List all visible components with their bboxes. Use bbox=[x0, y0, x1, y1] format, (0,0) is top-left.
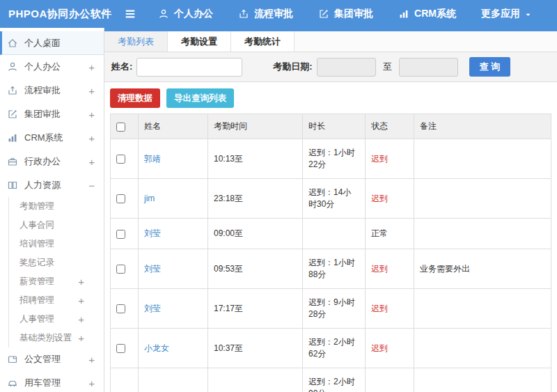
table-row: 刘莹 09:53至 迟到：1小时88分 迟到 业务需要外出 bbox=[111, 249, 551, 289]
filter-bar: 姓名: 考勤日期: 至 查 询 bbox=[104, 52, 557, 82]
status-badge: 正常 bbox=[371, 228, 388, 238]
expand-toggle-icon[interactable]: + bbox=[88, 378, 95, 389]
sidebar-item-5[interactable]: 行政办公 + bbox=[0, 150, 104, 173]
status-badge: 迟到 bbox=[371, 154, 388, 164]
nav-item-0[interactable]: 个人办公 bbox=[158, 8, 213, 20]
expand-toggle-icon[interactable]: + bbox=[88, 354, 95, 365]
user-icon bbox=[158, 8, 169, 19]
sidebar-item-9[interactable]: 培训管理 bbox=[8, 235, 104, 253]
expand-toggle-icon[interactable]: + bbox=[88, 109, 95, 120]
sidebar-item-13[interactable]: 人事管理 + bbox=[8, 310, 104, 329]
sidebar-item-1[interactable]: 个人办公 + bbox=[0, 55, 104, 79]
row-checkbox[interactable] bbox=[116, 265, 125, 274]
employee-name-link[interactable]: 郭靖 bbox=[144, 154, 161, 164]
sidebar-item-12[interactable]: 招聘管理 + bbox=[8, 291, 104, 310]
status-cell: 迟到 bbox=[366, 179, 414, 219]
employee-name-link[interactable]: 小龙女 bbox=[144, 343, 169, 353]
sidebar-item-15[interactable]: 公文管理 + bbox=[0, 347, 104, 371]
duration-line: 迟到：1小时22分 bbox=[308, 147, 359, 171]
expand-toggle-icon[interactable]: + bbox=[78, 314, 84, 324]
employee-name-link[interactable]: 刘莹 bbox=[144, 304, 161, 313]
expand-toggle-icon[interactable]: + bbox=[88, 157, 95, 167]
tab-2[interactable]: 考勤统计 bbox=[231, 31, 295, 52]
nav-item-label: 流程审批 bbox=[254, 8, 293, 20]
name-cell: 郭靖 bbox=[139, 139, 208, 179]
name-cell: 小龙女 bbox=[139, 329, 208, 368]
duration-cell: 迟到：9小时28分 bbox=[303, 289, 366, 329]
row-checkbox[interactable] bbox=[116, 194, 125, 203]
date-to-input[interactable] bbox=[399, 58, 458, 77]
status-cell: 迟到 bbox=[366, 249, 414, 289]
sidebar-item-4[interactable]: CRM系统 + bbox=[0, 126, 104, 150]
row-checkbox[interactable] bbox=[116, 304, 125, 313]
sidebar-item-label: 人力资源 bbox=[24, 179, 88, 191]
nav-item-1[interactable]: 流程审批 bbox=[238, 8, 293, 20]
sidebar-item-11[interactable]: 薪资管理 + bbox=[8, 272, 104, 291]
search-button[interactable]: 查 询 bbox=[469, 57, 511, 77]
tab-bar: 考勤列表考勤设置考勤统计 bbox=[104, 31, 557, 52]
sidebar: 个人桌面 个人办公 + 流程审批 + 集团审批 + CRM系统 + 行政办公 +… bbox=[0, 28, 104, 392]
tab-1[interactable]: 考勤设置 bbox=[168, 31, 231, 52]
nav-item-label: 集团审批 bbox=[334, 8, 373, 20]
edit-icon bbox=[318, 8, 329, 19]
expand-toggle-icon[interactable]: − bbox=[88, 180, 95, 191]
duration-line: 迟到：9小时28分 bbox=[308, 297, 359, 320]
row-checkbox[interactable] bbox=[116, 344, 125, 353]
attendance-table: 姓名考勤时间时长状态备注 郭靖 10:13至 迟到：1小时22分 迟到 jim … bbox=[110, 113, 551, 392]
hamburger-menu-icon bbox=[123, 7, 137, 21]
expand-toggle-icon[interactable]: + bbox=[88, 133, 95, 143]
expand-toggle-icon[interactable]: + bbox=[88, 62, 95, 72]
clear-data-button[interactable]: 清理数据 bbox=[110, 88, 160, 108]
sidebar-item-6[interactable]: 人力资源 − bbox=[0, 173, 104, 197]
status-cell: 迟到 bbox=[366, 139, 414, 179]
nav-item-label: 个人办公 bbox=[174, 8, 213, 20]
duration-cell: 迟到：2小时62分 bbox=[303, 329, 366, 368]
row-checkbox[interactable] bbox=[116, 230, 125, 239]
sidebar-item-8[interactable]: 人事合同 bbox=[8, 216, 104, 235]
select-all-checkbox[interactable] bbox=[116, 123, 125, 132]
sidebar-item-14[interactable]: 基础类别设置 + bbox=[8, 329, 104, 347]
sidebar-item-label: 个人桌面 bbox=[24, 37, 95, 49]
nav-item-4[interactable]: 更多应用 bbox=[481, 8, 532, 20]
tab-0[interactable]: 考勤列表 bbox=[104, 31, 168, 52]
employee-name-link[interactable]: 刘莹 bbox=[144, 228, 161, 238]
sidebar-item-7[interactable]: 考勤管理 bbox=[8, 197, 104, 216]
sidebar-subitem-label: 薪资管理 bbox=[19, 276, 78, 288]
attendance-time-cell: 09:00至 bbox=[208, 219, 303, 249]
sidebar-subitem-label: 人事管理 bbox=[19, 313, 78, 325]
sidebar-item-16[interactable]: 用车管理 + bbox=[0, 371, 104, 392]
expand-toggle-icon[interactable]: + bbox=[88, 86, 95, 96]
attendance-time-cell: 10:13至 bbox=[208, 139, 303, 179]
name-cell: 管理员 bbox=[139, 368, 208, 392]
table-row: 小龙女 10:37至 迟到：2小时62分 迟到 bbox=[111, 329, 551, 368]
duration-line: 迟到：2小时62分 bbox=[308, 336, 359, 360]
expand-toggle-icon[interactable]: + bbox=[78, 295, 84, 306]
duration-line: 迟到：1小时88分 bbox=[308, 257, 359, 281]
date-from-input[interactable] bbox=[317, 58, 376, 77]
duration-cell: 迟到：2小时90分早退：7小时10分 bbox=[303, 368, 366, 392]
duration-line: 迟到：2小时90分 bbox=[308, 376, 359, 392]
nav-item-3[interactable]: CRM系统 bbox=[398, 8, 456, 20]
attendance-time-cell: 10:54至10:54 bbox=[208, 368, 303, 392]
sidebar-item-10[interactable]: 奖惩记录 bbox=[8, 253, 104, 272]
top-nav: 个人办公 流程审批 集团审批 CRM系统 更多应用 bbox=[158, 8, 557, 20]
note-cell: 业务需要外出 bbox=[414, 249, 551, 289]
doc-icon bbox=[7, 354, 18, 365]
sidebar-item-2[interactable]: 流程审批 + bbox=[0, 79, 104, 102]
expand-toggle-icon[interactable]: + bbox=[78, 333, 84, 343]
employee-name-link[interactable]: jim bbox=[144, 194, 155, 203]
expand-toggle-icon[interactable]: + bbox=[78, 276, 84, 287]
export-list-button[interactable]: 导出查询列表 bbox=[166, 88, 234, 108]
menu-toggle-button[interactable] bbox=[123, 7, 137, 21]
nav-item-2[interactable]: 集团审批 bbox=[318, 8, 373, 20]
sidebar-item-3[interactable]: 集团审批 + bbox=[0, 102, 104, 126]
select-all-cell bbox=[111, 114, 139, 139]
sidebar-subitem-label: 培训管理 bbox=[19, 238, 84, 250]
sidebar-item-0[interactable]: 个人桌面 bbox=[0, 31, 104, 55]
status-badge: 迟到 bbox=[371, 194, 388, 203]
column-header: 状态 bbox=[366, 114, 414, 139]
employee-name-link[interactable]: 刘莹 bbox=[144, 264, 161, 274]
note-cell bbox=[414, 139, 551, 179]
row-checkbox[interactable] bbox=[116, 155, 125, 164]
name-filter-input[interactable] bbox=[136, 58, 242, 77]
